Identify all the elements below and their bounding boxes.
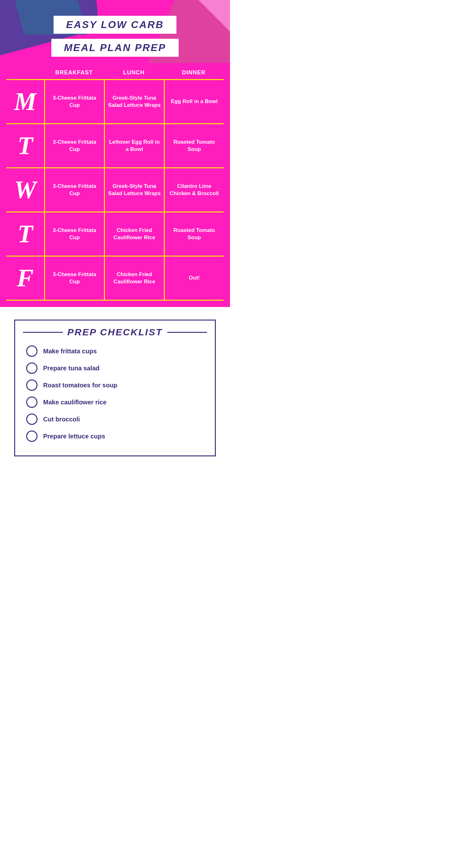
dinner-wednesday: Cilantro Lime Chicken & Broccoli: [164, 168, 224, 212]
title-line2: MEAL PLAN PREP: [64, 42, 166, 53]
list-item: Roast tomatoes for soup: [26, 379, 204, 391]
col-dinner: DINNER: [164, 66, 224, 79]
meal-row-wednesday: W 3-Cheese Frittata Cup Greek-Style Tuna…: [6, 168, 224, 212]
day-letter-t2: T: [6, 212, 44, 256]
breakfast-wednesday: 3-Cheese Frittata Cup: [44, 168, 104, 212]
checkbox-5[interactable]: [26, 413, 37, 425]
checkbox-6[interactable]: [26, 431, 37, 442]
title-line1: EASY LOW CARB: [66, 19, 164, 30]
checklist-section: PREP CHECKLIST Make frittata cups Prepar…: [0, 307, 230, 472]
checklist-border: PREP CHECKLIST Make frittata cups Prepar…: [14, 319, 216, 456]
checklist-line-left: [23, 332, 63, 333]
title-box-1: EASY LOW CARB: [54, 16, 176, 34]
meal-rows: M 3-Cheese Frittata Cup Greek-Style Tuna…: [6, 79, 224, 301]
checklist-list: Make frittata cups Prepare tuna salad Ro…: [23, 345, 207, 442]
meal-row-thursday: T 3-Cheese Frittata Cup Chicken Fried Ca…: [6, 212, 224, 256]
day-letter-t1: T: [6, 124, 44, 167]
checklist-label-6: Prepare lettuce cups: [43, 433, 105, 440]
list-item: Cut broccoli: [26, 413, 204, 425]
breakfast-friday: 3-Cheese Frittata Cup: [44, 256, 104, 300]
list-item: Make cauliflower rice: [26, 397, 204, 408]
dinner-monday: Egg Roll in a Bowl: [164, 80, 224, 123]
breakfast-tuesday: 3-Cheese Frittata Cup: [44, 124, 104, 167]
checklist-label-5: Cut broccoli: [43, 416, 80, 423]
breakfast-monday: 3-Cheese Frittata Cup: [44, 80, 104, 123]
col-breakfast: BREAKFAST: [44, 66, 104, 79]
day-letter-f: F: [6, 256, 44, 300]
meal-row-tuesday: T 3-Cheese Frittata Cup Leftover Egg Rol…: [6, 124, 224, 168]
dinner-tuesday: Roasted Tomato Soup: [164, 124, 224, 167]
dinner-thursday: Roasted Tomato Soup: [164, 212, 224, 256]
column-headers: BREAKFAST LUNCH DINNER: [6, 66, 224, 79]
lunch-monday: Greek-Style Tuna Salad Lettuce Wraps: [104, 80, 164, 123]
lunch-tuesday: Leftover Egg Roll in a Bowl: [104, 124, 164, 167]
meal-row-monday: M 3-Cheese Frittata Cup Greek-Style Tuna…: [6, 80, 224, 124]
lunch-wednesday: Greek-Style Tuna Salad Lettuce Wraps: [104, 168, 164, 212]
checklist-title: PREP CHECKLIST: [67, 327, 163, 338]
checkbox-1[interactable]: [26, 345, 37, 357]
col-day: [6, 66, 44, 79]
list-item: Make frittata cups: [26, 345, 204, 357]
dinner-friday: Out!: [164, 256, 224, 300]
lunch-friday: Chicken Fried Cauliflower Rice: [104, 256, 164, 300]
day-letter-w: W: [6, 168, 44, 212]
list-item: Prepare lettuce cups: [26, 431, 204, 442]
checkbox-4[interactable]: [26, 397, 37, 408]
col-lunch: LUNCH: [104, 66, 164, 79]
meal-plan-section: BREAKFAST LUNCH DINNER M 3-Cheese Fritta…: [0, 63, 230, 307]
day-letter-m: M: [6, 80, 44, 123]
meal-row-friday: F 3-Cheese Frittata Cup Chicken Fried Ca…: [6, 256, 224, 301]
list-item: Prepare tuna salad: [26, 363, 204, 374]
checklist-line-right: [167, 332, 207, 333]
checkbox-2[interactable]: [26, 363, 37, 374]
breakfast-thursday: 3-Cheese Frittata Cup: [44, 212, 104, 256]
checklist-label-3: Roast tomatoes for soup: [43, 382, 118, 389]
title-box-2: MEAL PLAN PREP: [52, 39, 178, 57]
checkbox-3[interactable]: [26, 379, 37, 391]
checklist-label-4: Make cauliflower rice: [43, 399, 106, 406]
checklist-title-row: PREP CHECKLIST: [23, 327, 207, 338]
header-section: EASY LOW CARB MEAL PLAN PREP: [0, 0, 230, 63]
checklist-label-2: Prepare tuna salad: [43, 365, 100, 372]
checklist-label-1: Make frittata cups: [43, 348, 97, 355]
lunch-thursday: Chicken Fried Cauliflower Rice: [104, 212, 164, 256]
